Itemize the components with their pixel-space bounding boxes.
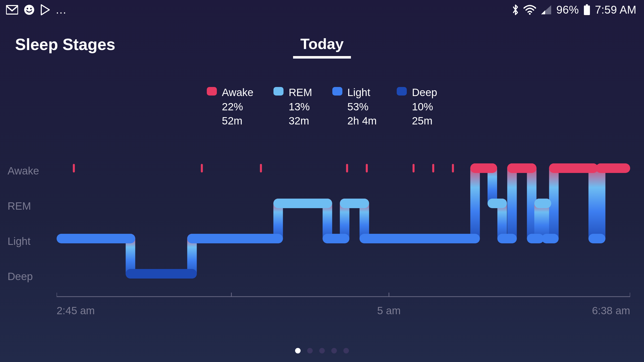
status-left-icons: ... xyxy=(6,4,67,15)
legend-duration: 32m xyxy=(289,114,312,128)
legend-swatch-awake xyxy=(207,87,217,96)
sleep-segment xyxy=(534,199,551,208)
play-store-icon xyxy=(40,4,50,15)
sleep-segment xyxy=(187,234,283,243)
legend-percent: 22% xyxy=(222,100,253,114)
svg-point-4 xyxy=(529,13,531,15)
x-axis-labels: 2:45 am 5 am 6:38 am xyxy=(8,305,636,320)
clock-time: 7:59 AM xyxy=(595,4,636,16)
sleep-segment xyxy=(323,234,349,243)
svg-rect-22 xyxy=(596,163,606,243)
legend-duration: 25m xyxy=(412,114,437,128)
chart-canvas xyxy=(57,153,630,304)
awake-tick xyxy=(260,164,262,172)
x-label-end: 6:38 am xyxy=(592,305,630,317)
sleep-chart[interactable]: Awake REM Light Deep 2:45 am 5 am 6:38 a… xyxy=(8,153,636,317)
awake-tick xyxy=(366,164,368,172)
overflow-icon: ... xyxy=(56,4,67,15)
svg-rect-16 xyxy=(507,163,517,243)
status-bar: ... 96% xyxy=(0,0,644,20)
svg-point-1 xyxy=(24,5,34,15)
sleep-segment xyxy=(588,234,605,243)
status-right-icons: 96% 7:59 AM xyxy=(512,4,636,16)
smiley-circle-icon xyxy=(24,4,35,15)
legend-duration: 52m xyxy=(222,114,253,128)
legend-duration: 2h 4m xyxy=(347,114,377,128)
cell-signal-icon xyxy=(541,5,552,15)
battery-percent: 96% xyxy=(556,4,579,16)
sleep-segment xyxy=(596,163,630,173)
legend-name: Light xyxy=(347,85,377,100)
bluetooth-icon xyxy=(512,4,519,16)
legend-percent: 13% xyxy=(289,100,312,114)
date-underline xyxy=(293,56,351,59)
svg-point-2 xyxy=(27,8,28,9)
sleep-segment xyxy=(273,199,332,208)
date-selector[interactable]: Today xyxy=(293,35,351,59)
y-label-awake: Awake xyxy=(8,165,39,177)
y-label-deep: Deep xyxy=(8,270,33,283)
sleep-segment xyxy=(57,234,135,243)
x-label-mid: 5 am xyxy=(377,305,400,317)
legend-name: REM xyxy=(289,85,312,100)
awake-tick xyxy=(201,164,203,172)
page-dot[interactable] xyxy=(295,348,301,353)
awake-tick xyxy=(432,164,434,172)
legend-percent: 53% xyxy=(347,100,377,114)
sleep-segment xyxy=(507,163,536,173)
legend-item-rem[interactable]: REM 13% 32m xyxy=(273,85,312,128)
svg-rect-6 xyxy=(584,6,590,15)
page-dot[interactable] xyxy=(343,348,349,353)
svg-rect-13 xyxy=(470,163,480,243)
sleep-segment xyxy=(542,234,558,243)
sleep-segment xyxy=(488,199,507,208)
awake-tick xyxy=(413,164,415,172)
svg-point-3 xyxy=(30,8,32,9)
page-indicator[interactable] xyxy=(295,348,349,353)
y-label-rem: REM xyxy=(8,200,31,212)
sleep-segment xyxy=(549,163,598,173)
svg-rect-5 xyxy=(586,4,588,6)
legend-name: Deep xyxy=(412,85,437,100)
page-title: Sleep Stages xyxy=(15,35,115,54)
legend-item-light[interactable]: Light 53% 2h 4m xyxy=(332,85,377,128)
legend-swatch-deep xyxy=(397,87,407,96)
awake-tick xyxy=(73,164,75,172)
awake-tick xyxy=(452,164,454,172)
legend-swatch-light xyxy=(332,87,342,96)
sleep-segment xyxy=(126,269,197,279)
sleep-segment xyxy=(497,234,517,243)
legend-item-awake[interactable]: Awake 22% 52m xyxy=(207,85,253,128)
date-label: Today xyxy=(298,35,346,56)
legend-percent: 10% xyxy=(412,100,437,114)
y-label-light: Light xyxy=(8,235,30,247)
legend-swatch-rem xyxy=(273,87,284,96)
awake-tick xyxy=(346,164,348,172)
legend: Awake 22% 52m REM 13% 32m Light 53% 2h 4… xyxy=(0,85,644,128)
page-dot[interactable] xyxy=(331,348,337,353)
sleep-segment xyxy=(359,234,480,243)
y-axis-labels: Awake REM Light Deep xyxy=(8,153,50,284)
page-dot[interactable] xyxy=(307,348,313,353)
legend-item-deep[interactable]: Deep 10% 25m xyxy=(397,85,437,128)
page-dot[interactable] xyxy=(319,348,325,353)
sleep-segment xyxy=(527,234,544,243)
wifi-icon xyxy=(524,5,536,15)
x-label-start: 2:45 am xyxy=(57,305,95,317)
sleep-segment xyxy=(340,199,369,208)
sleep-segment xyxy=(470,163,497,173)
gmail-icon xyxy=(6,5,18,15)
battery-icon xyxy=(583,4,590,15)
legend-name: Awake xyxy=(222,85,253,100)
